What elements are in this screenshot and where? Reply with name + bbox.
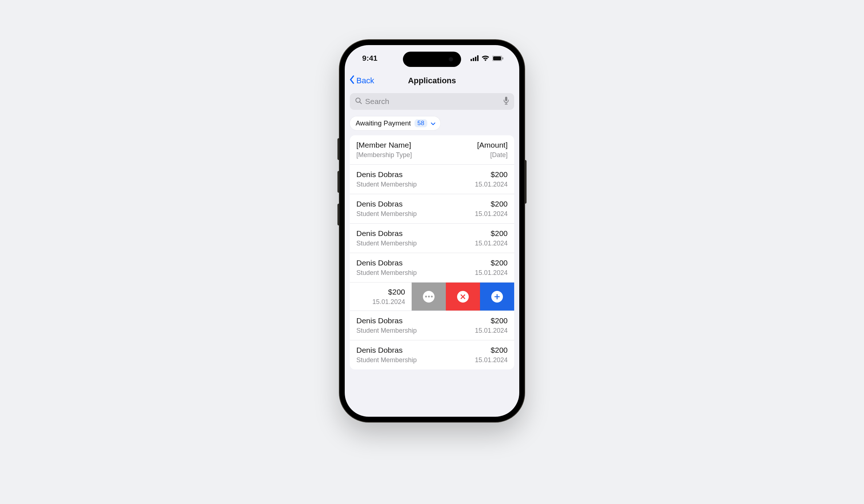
header-amount: [Amount] [477,140,508,150]
filter-count-badge: 58 [415,119,427,127]
amount: $200 [475,229,508,238]
list-item[interactable]: Denis Dobras Student Membership $200 15.… [350,311,514,340]
search-icon [355,97,362,106]
more-icon [423,291,435,303]
list-item[interactable]: Denis Dobras Student Membership $200 15.… [350,253,514,283]
filter-label: Awaiting Payment [356,119,411,127]
filter-bar: Awaiting Payment 58 [345,110,519,135]
membership-type: Student Membership [356,209,417,218]
microphone-icon[interactable] [503,97,509,106]
membership-type: Student Membership [356,239,417,248]
amount: $200 [475,345,508,355]
close-icon [457,291,469,303]
date: 15.01.2024 [475,180,508,189]
search-input[interactable] [365,97,500,106]
dynamic-island [403,52,461,67]
swipe-more-button[interactable] [412,283,446,311]
svg-rect-1 [473,58,474,61]
svg-rect-0 [471,59,472,61]
list-item-swiped[interactable]: $200 15.01.2024 [350,283,514,311]
filter-chip[interactable]: Awaiting Payment 58 [350,116,440,130]
member-name: Denis Dobras [356,170,417,179]
membership-type: Student Membership [356,268,417,277]
member-name: Denis Dobras [356,345,417,355]
svg-rect-2 [475,57,476,61]
svg-point-7 [356,98,360,103]
cellular-icon [471,55,479,61]
header-date: [Date] [477,151,508,159]
date: 15.01.2024 [475,356,508,364]
status-indicators [471,55,503,61]
applications-list: [Member Name] [Membership Type] [Amount]… [350,135,514,369]
list-item[interactable]: Denis Dobras Student Membership $200 15.… [350,224,514,253]
phone-frame: 9:41 Back Applications [340,40,524,422]
search-bar[interactable] [350,93,514,110]
swipe-approve-button[interactable] [480,283,514,311]
membership-type: Student Membership [356,180,417,189]
swipe-reject-button[interactable] [446,283,480,311]
svg-rect-9 [505,97,507,101]
member-name: Denis Dobras [356,199,417,209]
list-item[interactable]: Denis Dobras Student Membership $200 15.… [350,194,514,224]
swiped-content: $200 15.01.2024 [350,283,412,311]
header-name: [Member Name] [356,140,412,150]
camera-dot [449,57,453,61]
amount: $200 [388,287,405,297]
amount: $200 [475,199,508,209]
amount: $200 [475,258,508,268]
date: 15.01.2024 [372,297,405,306]
plus-icon [491,291,503,303]
screen: 9:41 Back Applications [345,45,519,417]
date: 15.01.2024 [475,209,508,218]
svg-line-8 [360,102,362,104]
battery-icon [492,56,503,61]
membership-type: Student Membership [356,356,417,364]
member-name: Denis Dobras [356,316,417,325]
member-name: Denis Dobras [356,258,417,268]
date: 15.01.2024 [475,239,508,248]
svg-rect-5 [493,56,501,60]
date: 15.01.2024 [475,268,508,277]
date: 15.01.2024 [475,326,508,335]
member-name: Denis Dobras [356,229,417,238]
svg-rect-3 [477,55,479,61]
list-item[interactable]: Denis Dobras Student Membership $200 15.… [350,165,514,194]
wifi-icon [481,55,489,61]
page-title: Applications [408,76,456,85]
amount: $200 [475,170,508,179]
status-time: 9:41 [362,54,377,63]
svg-rect-6 [503,57,504,59]
header-type: [Membership Type] [356,151,412,159]
list-item[interactable]: Denis Dobras Student Membership $200 15.… [350,340,514,369]
chevron-down-icon [431,119,435,127]
back-label: Back [356,76,374,85]
membership-type: Student Membership [356,326,417,335]
amount: $200 [475,316,508,325]
back-button[interactable]: Back [349,75,374,86]
chevron-left-icon [349,75,355,86]
list-header-row: [Member Name] [Membership Type] [Amount]… [350,135,514,165]
navigation-bar: Back Applications [345,71,519,90]
